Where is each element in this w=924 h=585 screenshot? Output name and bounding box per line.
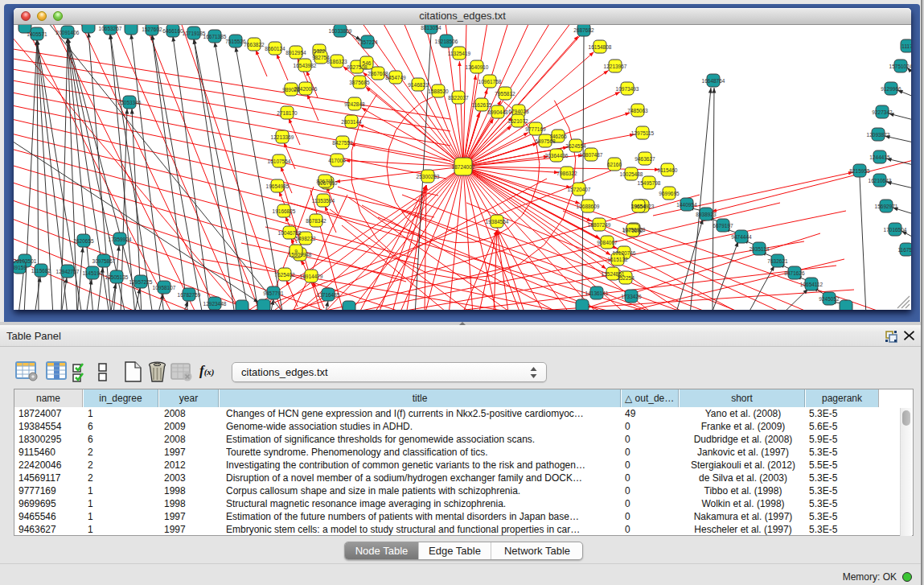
svg-text:15692971: 15692971: [875, 204, 898, 209]
svg-text:1405571: 1405571: [27, 31, 47, 37]
svg-text:12213967: 12213967: [604, 64, 627, 69]
svg-text:2803144: 2803144: [341, 119, 362, 125]
svg-text:8454749: 8454749: [385, 75, 406, 80]
svg-text:12975115: 12975115: [631, 130, 655, 136]
svg-text:8427552: 8427552: [332, 140, 353, 146]
svg-text:10688609: 10688609: [577, 204, 600, 209]
svg-text:1115682: 1115682: [31, 268, 51, 274]
svg-text:989026: 989026: [282, 87, 300, 93]
svg-text:9457791: 9457791: [263, 290, 284, 296]
svg-text:25300283: 25300283: [417, 174, 440, 179]
svg-text:17957225: 17957225: [129, 279, 153, 285]
svg-text:1733426: 1733426: [621, 294, 642, 299]
svg-text:9146821: 9146821: [408, 82, 429, 88]
svg-text:10958107: 10958107: [153, 285, 176, 290]
svg-text:7625402: 7625402: [274, 272, 295, 278]
svg-text:18807249: 18807249: [588, 222, 611, 228]
svg-text:9129966: 9129966: [881, 86, 901, 92]
svg-text:16671385: 16671385: [203, 34, 227, 39]
svg-text:1117: 1117: [901, 43, 911, 49]
svg-text:9115460: 9115460: [658, 167, 678, 173]
svg-text:17359924: 17359924: [109, 237, 132, 242]
svg-text:826711: 826711: [316, 179, 334, 184]
svg-text:1440954: 1440954: [676, 202, 697, 208]
svg-text:8471626: 8471626: [784, 270, 805, 276]
svg-text:10046788: 10046788: [278, 230, 302, 236]
svg-text:8813054: 8813054: [421, 25, 441, 31]
svg-text:16648764: 16648764: [702, 78, 725, 84]
svg-text:15751024: 15751024: [889, 64, 911, 69]
svg-text:10025488: 10025488: [620, 171, 643, 177]
svg-text:10961758: 10961758: [478, 79, 502, 84]
svg-text:16543982: 16543982: [294, 63, 317, 68]
svg-text:1527602: 1527602: [142, 27, 162, 32]
svg-text:20091406: 20091406: [56, 30, 80, 35]
svg-text:8322037: 8322037: [448, 95, 469, 101]
svg-text:9699695: 9699695: [659, 191, 680, 196]
svg-text:10653267: 10653267: [99, 26, 122, 31]
svg-text:10807487: 10807487: [580, 152, 603, 158]
svg-text:17016504: 17016504: [884, 227, 907, 233]
svg-text:8215955: 8215955: [849, 168, 870, 174]
svg-text:417004: 417004: [328, 158, 346, 163]
svg-text:16782759: 16782759: [178, 292, 201, 298]
svg-text:8186323: 8186323: [326, 59, 347, 64]
svg-text:9777169: 9777169: [525, 126, 546, 132]
svg-text:16033809: 16033809: [329, 28, 352, 34]
svg-text:10973493: 10973493: [616, 86, 639, 92]
svg-text:10719185: 10719185: [183, 31, 206, 36]
svg-text:12942757: 12942757: [56, 269, 80, 274]
svg-text:12093872: 12093872: [867, 132, 890, 138]
svg-text:13716485: 13716485: [317, 292, 340, 298]
svg-text:116753: 116753: [897, 247, 911, 253]
svg-text:9084067: 9084067: [597, 240, 618, 245]
svg-text:1145194: 1145194: [83, 270, 103, 276]
svg-text:1975692: 1975692: [622, 228, 643, 233]
svg-text:19166825: 19166825: [273, 208, 296, 214]
svg-text:5322: 5322: [314, 48, 326, 54]
svg-text:19654: 19654: [631, 204, 646, 209]
svg-text:18724007: 18724007: [452, 164, 475, 170]
svg-text:7357224: 7357224: [357, 39, 378, 45]
svg-text:8990448: 8990448: [487, 109, 508, 115]
svg-text:12923448: 12923448: [203, 301, 227, 307]
svg-text:6679197: 6679197: [713, 223, 733, 229]
svg-text:1244415: 1244415: [869, 154, 890, 160]
svg-text:2687682: 2687682: [573, 27, 594, 33]
svg-text:26103501: 26103501: [14, 258, 37, 264]
svg-text:7955812: 7955812: [495, 91, 515, 97]
svg-text:11353594: 11353594: [312, 198, 335, 204]
svg-text:13640910: 13640910: [466, 64, 489, 70]
svg-text:16154808: 16154808: [589, 44, 612, 50]
svg-text:8660124: 8660124: [265, 46, 285, 51]
svg-text:2935114: 2935114: [749, 246, 770, 252]
svg-text:15495798: 15495798: [638, 180, 661, 186]
svg-text:1621072: 1621072: [507, 118, 528, 124]
svg-text:9245052: 9245052: [819, 296, 840, 302]
svg-text:10654112: 10654112: [800, 282, 823, 287]
svg-text:6794028: 6794028: [508, 109, 529, 114]
svg-text:1588520: 1588520: [428, 89, 449, 94]
svg-text:7663822: 7663822: [244, 42, 265, 47]
svg-text:39159: 39159: [14, 265, 27, 270]
svg-text:6497568: 6497568: [535, 138, 556, 144]
svg-text:9242848: 9242848: [344, 101, 365, 107]
svg-text:9: 9: [294, 249, 298, 254]
svg-text:7986322: 7986322: [556, 171, 577, 176]
svg-text:8678342: 8678342: [306, 218, 326, 224]
svg-text:9474444: 9474444: [731, 234, 752, 240]
svg-text:546: 546: [363, 60, 372, 66]
svg-text:6466160: 6466160: [162, 28, 183, 34]
svg-text:2718170: 2718170: [277, 110, 298, 116]
svg-text:30975867: 30975867: [92, 258, 116, 264]
svg-text:19384554: 19384554: [486, 219, 509, 225]
svg-text:15720407: 15720407: [568, 187, 591, 192]
svg-text:16914479: 16914479: [300, 274, 323, 279]
svg-text:9227342: 9227342: [872, 109, 893, 115]
svg-text:10120746: 10120746: [613, 250, 636, 256]
svg-text:20364436: 20364436: [545, 153, 569, 159]
svg-text:2620655: 2620655: [73, 238, 94, 244]
svg-text:16107554: 16107554: [268, 159, 291, 164]
svg-text:15909948: 15909948: [289, 252, 312, 257]
svg-text:7515526: 7515526: [225, 39, 246, 44]
